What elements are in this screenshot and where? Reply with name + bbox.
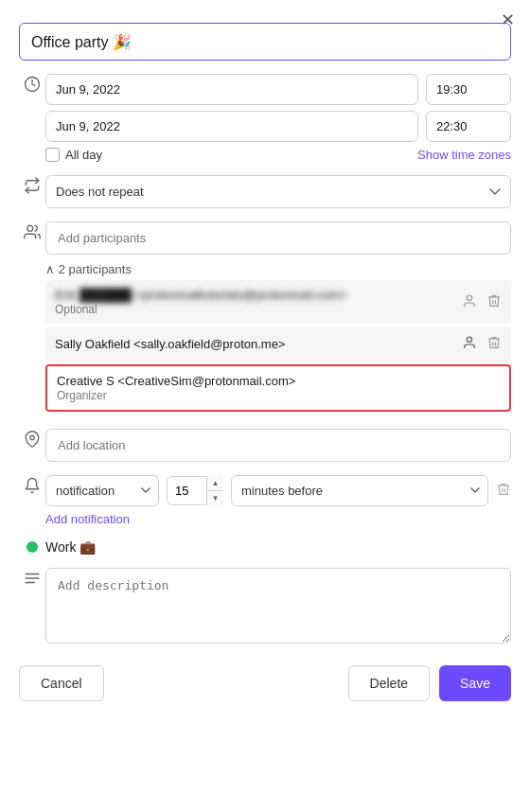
- add-participants-input[interactable]: [45, 221, 511, 255]
- notification-number-wrapper: ▲ ▼: [167, 476, 223, 505]
- location-input[interactable]: [45, 429, 511, 462]
- participant-person-icon[interactable]: [462, 335, 477, 353]
- notification-delete-icon[interactable]: [496, 482, 511, 501]
- add-notification-link[interactable]: Add notification: [45, 512, 130, 526]
- notification-section: notification ▲ ▼ minutes before Add noti…: [19, 475, 511, 526]
- calendar-content: Work 💼: [45, 539, 511, 555]
- description-icon: [19, 570, 45, 587]
- number-increment[interactable]: ▲: [207, 476, 223, 491]
- participant-delete-icon[interactable]: [486, 335, 502, 353]
- notification-type-select[interactable]: notification: [45, 475, 159, 506]
- repeat-icon: [19, 177, 45, 194]
- notification-unit-select[interactable]: minutes before: [231, 475, 488, 506]
- notification-row: notification ▲ ▼ minutes before: [45, 475, 511, 506]
- calendar-color-dot-icon: [19, 541, 45, 553]
- svg-point-4: [30, 435, 35, 440]
- participant-info: Erik ██████ <protonmailtutorials@protonm…: [55, 288, 346, 316]
- close-button[interactable]: ✕: [501, 11, 515, 28]
- description-content: [45, 568, 511, 646]
- svg-point-3: [467, 337, 471, 342]
- participants-content: ∧ 2 participants Erik ██████ <protonmail…: [45, 221, 511, 415]
- participant-info: Sally Oakfield <sally.oakfield@proton.me…: [55, 337, 285, 351]
- location-section: [19, 429, 511, 462]
- datetime-content: All day Show time zones: [45, 74, 511, 162]
- location-content: [45, 429, 511, 462]
- allday-label: All day: [65, 148, 102, 162]
- participant-actions: [462, 293, 502, 311]
- footer-right: Delete Save: [348, 665, 511, 701]
- description-textarea[interactable]: [45, 568, 511, 644]
- participant-role: Optional: [55, 303, 346, 316]
- number-arrows: ▲ ▼: [206, 476, 223, 505]
- participant-name: Creative S <CreativeSim@protonmail.com>: [57, 374, 295, 388]
- end-date-input[interactable]: [45, 111, 418, 142]
- participant-name: Sally Oakfield <sally.oakfield@proton.me…: [55, 337, 285, 351]
- allday-left: All day: [45, 148, 102, 162]
- start-time-input[interactable]: [426, 74, 511, 105]
- delete-button[interactable]: Delete: [348, 665, 430, 701]
- participants-section: ∧ 2 participants Erik ██████ <protonmail…: [19, 221, 511, 415]
- participant-delete-icon[interactable]: [486, 293, 502, 311]
- location-icon: [19, 431, 45, 448]
- show-timezones-link[interactable]: Show time zones: [417, 148, 511, 162]
- allday-checkbox[interactable]: [45, 148, 60, 162]
- footer: Cancel Delete Save: [19, 665, 511, 701]
- svg-point-1: [27, 225, 33, 231]
- datetime-section: All day Show time zones: [19, 74, 511, 162]
- calendar-name: Work 💼: [45, 539, 96, 555]
- participant-row: Sally Oakfield <sally.oakfield@proton.me…: [45, 327, 511, 361]
- clock-icon: [19, 76, 45, 93]
- save-button[interactable]: Save: [439, 665, 511, 701]
- event-title-input[interactable]: [19, 23, 511, 61]
- repeat-section: Does not repeat: [19, 175, 511, 208]
- participant-row: Erik ██████ <protonmailtutorials@protonm…: [45, 280, 511, 324]
- event-modal: ✕ All day Show time zones: [0, 0, 530, 812]
- participant-row-organizer: Creative S <CreativeSim@protonmail.com> …: [45, 364, 511, 412]
- allday-row: All day Show time zones: [45, 148, 511, 162]
- number-decrement[interactable]: ▼: [207, 491, 223, 505]
- repeat-select[interactable]: Does not repeat: [45, 175, 511, 208]
- end-datetime-row: [45, 111, 511, 142]
- participant-person-icon[interactable]: [462, 293, 477, 311]
- participant-name: Erik ██████ <protonmailtutorials@protonm…: [55, 288, 346, 302]
- calendar-section: Work 💼: [19, 539, 511, 555]
- svg-point-2: [467, 295, 471, 300]
- participant-info: Creative S <CreativeSim@protonmail.com> …: [57, 374, 295, 402]
- end-time-input[interactable]: [426, 111, 511, 142]
- start-datetime-row: [45, 74, 511, 105]
- description-section: [19, 568, 511, 646]
- participant-role: Organizer: [57, 389, 295, 402]
- repeat-content: Does not repeat: [45, 175, 511, 208]
- start-date-input[interactable]: [45, 74, 418, 105]
- cancel-button[interactable]: Cancel: [19, 665, 104, 701]
- participants-icon: [19, 223, 45, 240]
- bell-icon: [19, 477, 45, 494]
- notification-content: notification ▲ ▼ minutes before Add noti…: [45, 475, 511, 526]
- calendar-dot: [26, 541, 38, 553]
- participants-count: ∧ 2 participants: [45, 262, 511, 276]
- participant-actions: [462, 335, 502, 353]
